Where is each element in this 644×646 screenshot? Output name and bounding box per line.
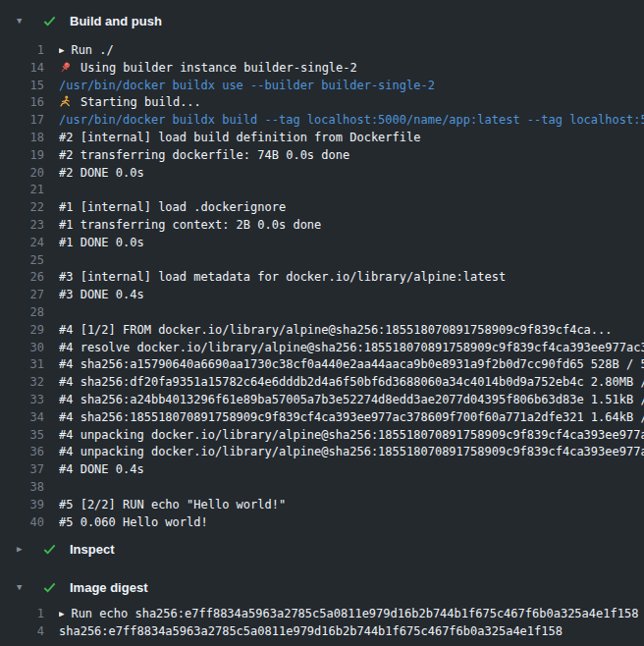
line-number[interactable]: 1 <box>0 606 44 623</box>
log-text: #4 [1/2] FROM docker.io/library/alpine@s… <box>59 323 613 337</box>
log-line: 14 Using builder instance builder-single… <box>0 60 644 78</box>
success-check-icon <box>42 580 57 595</box>
line-number[interactable]: 36 <box>0 444 44 461</box>
line-text <box>59 252 644 270</box>
chevron-down-icon[interactable]: ▼ <box>17 583 30 592</box>
line-number[interactable]: 30 <box>0 340 44 357</box>
runner-icon <box>59 95 73 112</box>
line-number[interactable]: 24 <box>0 235 44 252</box>
line-text: #1 DONE 0.0s <box>59 235 644 252</box>
log-line: 23 #1 transferring context: 2B 0.0s done <box>0 217 644 235</box>
line-number[interactable]: 39 <box>0 497 44 514</box>
run-expander-icon[interactable]: ▶ <box>59 42 64 60</box>
log-line: 18 #2 [internal] load build definition f… <box>0 130 644 147</box>
run-expander-icon[interactable]: ▶ <box>59 606 64 623</box>
section-header-build-and-push[interactable]: ▼ Build and push <box>0 8 644 33</box>
section-lines: 1 ▶Run ./ 14 Using builder instance buil… <box>0 33 644 531</box>
line-number[interactable]: 14 <box>0 60 44 78</box>
line-number[interactable]: 37 <box>0 461 44 479</box>
line-number[interactable]: 35 <box>0 427 44 445</box>
line-number[interactable]: 40 <box>0 514 44 532</box>
line-number[interactable]: 20 <box>0 165 44 183</box>
log-line: 29 #4 [1/2] FROM docker.io/library/alpin… <box>0 322 644 340</box>
line-number[interactable]: 18 <box>0 130 44 147</box>
line-number[interactable]: 27 <box>0 287 44 304</box>
log-line: 37 #4 DONE 0.4s <box>0 461 644 479</box>
log-text: #3 DONE 0.4s <box>59 288 144 301</box>
pushpin-icon <box>59 61 73 78</box>
line-number[interactable]: 31 <box>0 356 44 374</box>
line-number[interactable]: 21 <box>0 182 44 199</box>
line-number[interactable]: 29 <box>0 322 44 340</box>
line-text <box>59 182 644 199</box>
section-header-inspect[interactable]: ▶ Inspect <box>0 536 644 562</box>
log-text: Starting build... <box>80 95 201 109</box>
chevron-down-icon[interactable]: ▼ <box>17 17 30 26</box>
log-text: #5 0.060 Hello world! <box>59 515 208 529</box>
log-line: 20 #2 DONE 0.0s <box>0 165 644 183</box>
log-text: sha256:e7ff8834a5963a2785c5a0811e979d16b… <box>59 624 563 638</box>
section-header-image-digest[interactable]: ▼ Image digest <box>0 574 644 600</box>
line-text: #4 unpacking docker.io/library/alpine@sh… <box>59 427 644 445</box>
section-title: Build and push <box>70 14 162 28</box>
line-number[interactable]: 34 <box>0 409 44 427</box>
line-number[interactable]: 25 <box>0 252 44 270</box>
log-text: #5 [2/2] RUN echo "Hello world!" <box>59 498 286 511</box>
log-text: #1 transferring context: 2B 0.0s done <box>59 218 321 232</box>
log-text: #4 DONE 0.4s <box>59 462 144 476</box>
line-text: #4 [1/2] FROM docker.io/library/alpine@s… <box>59 322 644 340</box>
line-text: #4 resolve docker.io/library/alpine@sha2… <box>59 340 644 357</box>
line-number[interactable]: 32 <box>0 374 44 392</box>
line-text: #4 DONE 0.4s <box>59 461 644 479</box>
line-number[interactable]: 38 <box>0 479 44 497</box>
log-line: 33 #4 sha256:a24bb4013296f61e89ba57005a7… <box>0 392 644 409</box>
log-line: 19 #2 transferring dockerfile: 74B 0.0s … <box>0 147 644 165</box>
chevron-right-icon[interactable]: ▶ <box>17 545 30 554</box>
log-line: 31 #4 sha256:a15790640a6690aa1730c38cf0a… <box>0 356 644 374</box>
log-line: 22 #1 [internal] load .dockerignore <box>0 199 644 217</box>
line-number[interactable]: 4 <box>0 623 44 641</box>
success-check-icon <box>42 542 57 557</box>
line-number[interactable]: 1 <box>0 42 44 60</box>
line-number[interactable]: 26 <box>0 269 44 287</box>
line-text: Starting build... <box>59 94 644 112</box>
log-line: 16 Starting build... <box>0 94 644 112</box>
line-number[interactable]: 15 <box>0 78 44 95</box>
line-number[interactable]: 22 <box>0 199 44 217</box>
line-text: /usr/bin/docker buildx use --builder bui… <box>59 78 644 95</box>
line-number[interactable]: 28 <box>0 304 44 322</box>
line-text: /usr/bin/docker buildx build --tag local… <box>59 112 644 130</box>
log-text: #4 sha256:185518070891758909c9f839cf4ca3… <box>59 410 644 424</box>
section-title: Image digest <box>70 580 147 595</box>
section-title: Inspect <box>70 542 115 557</box>
line-text: sha256:e7ff8834a5963a2785c5a0811e979d16b… <box>59 623 644 641</box>
log-line: 35 #4 unpacking docker.io/library/alpine… <box>0 427 644 445</box>
line-text: #4 sha256:df20fa9351a15782c64e6dddb2d4a6… <box>59 374 644 392</box>
line-text: Using builder instance builder-single-2 <box>59 60 644 78</box>
log-text: #3 [internal] load metadata for docker.i… <box>59 270 506 284</box>
log-text: #2 [internal] load build definition from… <box>59 131 420 144</box>
log-line: 32 #4 sha256:df20fa9351a15782c64e6dddb2d… <box>0 374 644 392</box>
log-line: 24 #1 DONE 0.0s <box>0 235 644 252</box>
line-number[interactable]: 33 <box>0 392 44 409</box>
log-text: Run ./ <box>71 43 113 57</box>
line-number[interactable]: 16 <box>0 94 44 112</box>
line-number[interactable]: 23 <box>0 217 44 235</box>
line-number[interactable]: 17 <box>0 112 44 130</box>
log-line: 38 <box>0 479 644 497</box>
line-text: ▶Run ./ <box>59 42 644 60</box>
log-line: 17 /usr/bin/docker buildx build --tag lo… <box>0 112 644 130</box>
log-text: /usr/bin/docker buildx use --builder bui… <box>59 79 435 92</box>
log-text: #2 transferring dockerfile: 74B 0.0s don… <box>59 148 349 162</box>
log-text: Using builder instance builder-single-2 <box>80 61 357 75</box>
line-text <box>59 304 644 322</box>
log-text: #1 [internal] load .dockerignore <box>59 200 286 214</box>
log-section-inspect: ▶ Inspect <box>0 536 644 562</box>
log-text: Run echo sha256:e7ff8834a5963a2785c5a081… <box>71 607 638 620</box>
log-line: 1 ▶Run ./ <box>0 42 644 60</box>
line-number[interactable]: 19 <box>0 147 44 165</box>
log-line: 21 <box>0 182 644 199</box>
log-text: #2 DONE 0.0s <box>59 166 144 180</box>
line-text <box>59 479 644 497</box>
log-line: 28 <box>0 304 644 322</box>
